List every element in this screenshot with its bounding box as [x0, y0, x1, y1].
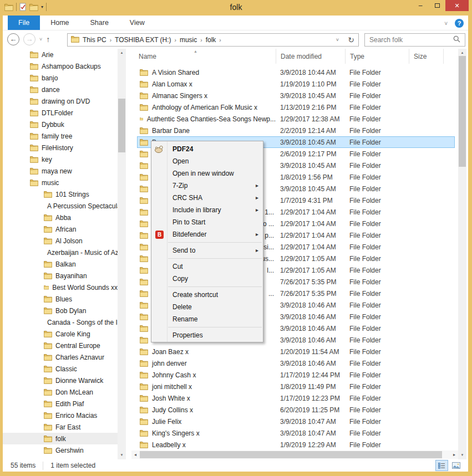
details-view-button[interactable]: [436, 460, 448, 470]
tab-file[interactable]: File: [8, 16, 40, 30]
sidebar-item-balkan[interactable]: Balkan: [3, 258, 118, 270]
breadcrumb-item[interactable]: music: [176, 36, 200, 44]
scrollbar-thumb[interactable]: [140, 451, 442, 458]
sidebar-item-best-world-sounds-xx[interactable]: Best World Sounds xx: [3, 281, 118, 293]
sidebar-item-charles-aznavur[interactable]: Charles Aznavur: [3, 351, 118, 363]
address-dropdown-button[interactable]: ˅: [331, 37, 344, 43]
sidebar-item-azerbaijan-music-of-az[interactable]: Azerbaijan - Music of Az: [3, 247, 118, 258]
file-row[interactable]: Josh White x1/17/2019 12:23 PMFile Folde…: [137, 392, 455, 404]
scroll-down-button[interactable]: ▼: [118, 451, 126, 459]
sidebar-scrollbar[interactable]: ▲ ▼: [118, 49, 126, 459]
sidebar-item-banjo[interactable]: banjo: [3, 72, 118, 84]
column-header-type[interactable]: Type: [345, 49, 409, 64]
sidebar-item-a-percussion-spectacula[interactable]: A Percussion Spectacula: [3, 200, 118, 212]
search-input[interactable]: [369, 36, 453, 44]
address-bar[interactable]: This PC›TOSHIBA EXT (H:)›music›folk› ˅: [67, 33, 344, 47]
sidebar-item-maya-new[interactable]: maya new: [3, 165, 118, 177]
sidebar-item-music[interactable]: music: [3, 177, 118, 188]
tab-share[interactable]: Share: [80, 16, 119, 30]
sidebar-item-carole-king[interactable]: Carole King: [3, 328, 118, 340]
scroll-left-button[interactable]: ◂: [131, 451, 139, 459]
file-row[interactable]: Joan Baez x1/20/2019 11:54 AMFile Folder: [137, 346, 455, 357]
breadcrumb-item[interactable]: TOSHIBA EXT (H:): [111, 36, 175, 44]
file-row[interactable]: Leadbelly x1/9/2019 12:29 AMFile Folder: [137, 439, 455, 451]
back-button[interactable]: ←: [7, 33, 19, 45]
sidebar-item-far-east[interactable]: Far East: [3, 421, 118, 433]
menu-item-delete[interactable]: Delete: [151, 301, 263, 313]
thumbnails-view-button[interactable]: [450, 460, 462, 470]
file-row[interactable]: joni mitchell x1/8/2019 11:49 PMFile Fol…: [137, 381, 455, 392]
scrollbar-thumb[interactable]: [459, 56, 466, 167]
file-row[interactable]: john denver3/9/2018 10:46 AMFile Folder: [137, 357, 455, 369]
sidebar-item-classic[interactable]: Classic: [3, 363, 118, 375]
file-row[interactable]: Johnny Cash x1/17/2019 12:44 PMFile Fold…: [137, 369, 455, 381]
menu-item-bitdefender[interactable]: BBitdefender▸: [151, 228, 263, 240]
menu-item-send-to[interactable]: Send to▸: [151, 244, 263, 257]
close-button[interactable]: ✕: [445, 0, 469, 11]
file-row[interactable]: A Vision Shared3/9/2018 10:44 AMFile Fol…: [137, 66, 455, 78]
sidebar-item-central-europe[interactable]: Central Europe: [3, 340, 118, 351]
sidebar-item-enrico-macias[interactable]: Enrico Macias: [3, 410, 118, 421]
file-row[interactable]: Almanac Singers x3/9/2018 10:45 AMFile F…: [137, 90, 455, 101]
menu-item-include-in-library[interactable]: Include in library▸: [151, 204, 263, 216]
tab-home[interactable]: Home: [40, 16, 79, 30]
menu-item-cut[interactable]: Cut: [151, 260, 263, 273]
menu-item-open-in-new-window[interactable]: Open in new window: [151, 167, 263, 180]
file-row[interactable]: Barbar Dane2/2/2019 12:14 AMFile Folder: [137, 125, 455, 136]
sidebar-item-dybbuk[interactable]: Dybbuk: [3, 119, 118, 130]
menu-item-7-zip[interactable]: 7-Zip▸: [151, 180, 263, 192]
sidebar-item-arie[interactable]: Arie: [3, 49, 118, 60]
sidebar-item-bayanihan[interactable]: Bayanihan: [3, 270, 118, 281]
menu-item-open[interactable]: Open: [151, 155, 263, 167]
breadcrumb-item[interactable]: folk: [202, 36, 220, 44]
sidebar-item-african[interactable]: African: [3, 223, 118, 235]
column-header-name[interactable]: Name ▲: [131, 49, 276, 64]
file-row[interactable]: Authentic Sea Chanties-Sea Songs Newp...…: [137, 113, 455, 125]
sidebar-item-don-mclean[interactable]: Don McLean: [3, 386, 118, 398]
scrollbar-thumb[interactable]: [118, 99, 125, 152]
sidebar-item-abba[interactable]: Abba: [3, 212, 118, 223]
scroll-up-button[interactable]: ▲: [118, 49, 126, 57]
file-row[interactable]: Judy Collins x6/20/2019 11:25 PMFile Fol…: [137, 404, 455, 416]
sidebar-item-family-tree[interactable]: family tree: [3, 130, 118, 142]
column-header-size[interactable]: Size: [409, 49, 444, 64]
sidebar-item-al-jolson[interactable]: Al Jolson: [3, 235, 118, 247]
file-list-scrollbar[interactable]: ▲ ▼: [458, 49, 466, 459]
refresh-button[interactable]: ↻: [344, 33, 359, 47]
ribbon-collapse-button[interactable]: ˅: [444, 21, 448, 27]
recent-locations-button[interactable]: ˅: [39, 37, 42, 42]
sidebar-item-edith-piaf[interactable]: Edith Piaf: [3, 398, 118, 410]
horizontal-scrollbar[interactable]: ◂ ▸: [131, 451, 458, 459]
menu-item-create-shortcut[interactable]: Create shortcut: [151, 289, 263, 301]
sidebar-item-blues[interactable]: Blues: [3, 293, 118, 305]
file-row[interactable]: Julie Felix3/9/2018 10:47 AMFile Folder: [137, 416, 455, 427]
file-row[interactable]: Anthology of American Folk Music x1/13/2…: [137, 101, 455, 113]
sidebar-item-101-strings[interactable]: 101 Strings: [3, 188, 118, 200]
sidebar-item-dionne-warwick[interactable]: Dionne Warwick: [3, 375, 118, 386]
menu-item-pin-to-start[interactable]: Pin to Start: [151, 216, 263, 228]
tab-view[interactable]: View: [119, 16, 155, 30]
up-button[interactable]: ↑: [46, 35, 50, 44]
menu-item-properties[interactable]: Properties: [151, 329, 263, 341]
sidebar-item-dance[interactable]: dance: [3, 84, 118, 95]
menu-item-rename[interactable]: Rename: [151, 313, 263, 325]
sidebar-item-drawing-on-dvd[interactable]: drawing on DVD: [3, 95, 118, 107]
sidebar-item-bob-dylan[interactable]: Bob Dylan: [3, 305, 118, 316]
sidebar-item-gershwin[interactable]: Gershwin: [3, 444, 118, 456]
minimize-button[interactable]: –: [412, 0, 429, 11]
sidebar-item-ashampoo-backups[interactable]: Ashampoo Backups: [3, 60, 118, 72]
menu-item-pdf24[interactable]: PDF24: [151, 143, 263, 155]
breadcrumb-item[interactable]: This PC: [79, 36, 110, 44]
menu-item-crc-sha[interactable]: CRC SHA▸: [151, 192, 263, 204]
scroll-right-button[interactable]: ▸: [450, 451, 458, 459]
sidebar-item-folk[interactable]: folk: [3, 433, 118, 444]
maximize-button[interactable]: [429, 0, 445, 11]
sidebar-item-key[interactable]: key: [3, 153, 118, 165]
sidebar-item-filehistory[interactable]: FileHistory: [3, 142, 118, 153]
forward-button[interactable]: →: [23, 33, 35, 45]
menu-item-copy[interactable]: Copy: [151, 273, 263, 285]
sidebar-item-dtlfolder[interactable]: DTLFolder: [3, 107, 118, 119]
column-header-date-modified[interactable]: Date modified: [276, 49, 345, 64]
breadcrumb-separator-icon[interactable]: ›: [219, 37, 221, 43]
file-row[interactable]: King's Singers x3/9/2018 10:47 AMFile Fo…: [137, 427, 455, 439]
